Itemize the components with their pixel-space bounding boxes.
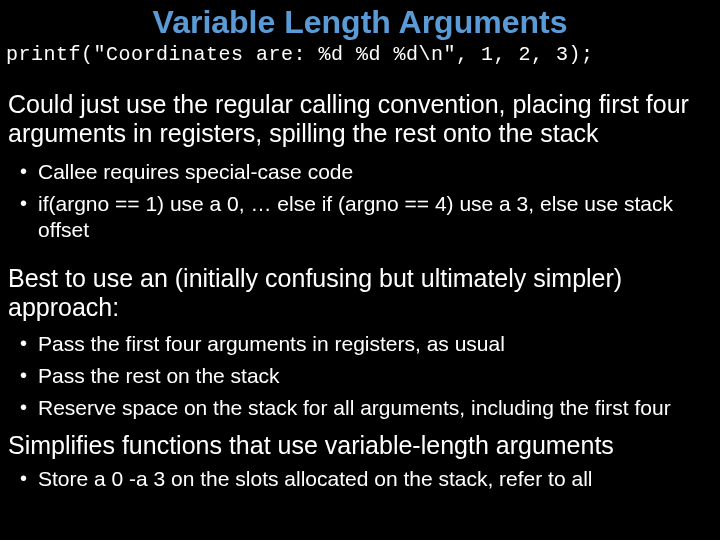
list-item: Store a 0 -a 3 on the slots allocated on… [38,463,712,495]
paragraph-2: Best to use an (initially confusing but … [0,250,720,326]
bullet-list-3: Store a 0 -a 3 on the slots allocated on… [0,461,720,499]
paragraph-3: Simplifies functions that use variable-l… [0,429,720,462]
bullet-list-1: Callee requires special-case code if(arg… [0,154,720,251]
list-item: Pass the first four arguments in registe… [38,328,712,360]
list-item: if(argno == 1) use a 0, … else if (argno… [38,188,712,247]
slide-title: Variable Length Arguments [0,0,720,43]
paragraph-1: Could just use the regular calling conve… [0,78,720,154]
list-item: Pass the rest on the stack [38,360,712,392]
code-example: printf("Coordinates are: %d %d %d\n", 1,… [0,43,720,78]
list-item: Reserve space on the stack for all argum… [38,392,712,424]
bullet-list-2: Pass the first four arguments in registe… [0,326,720,429]
slide: Variable Length Arguments printf("Coordi… [0,0,720,540]
list-item: Callee requires special-case code [38,156,712,188]
